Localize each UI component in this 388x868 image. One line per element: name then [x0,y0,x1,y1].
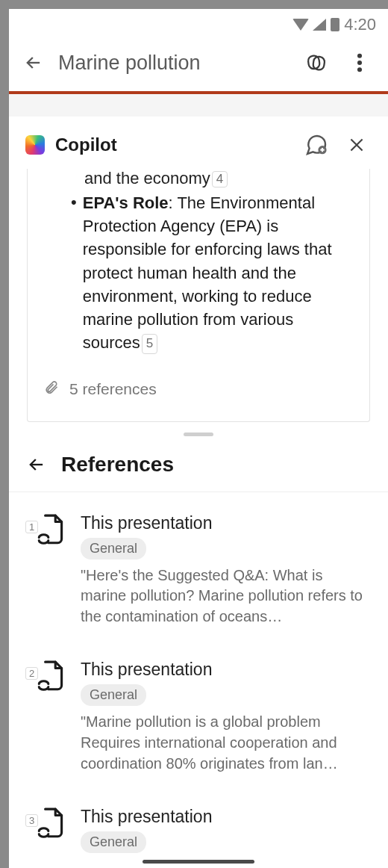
reference-snippet: "Here's the Suggested Q&A: What is marin… [81,565,370,627]
copilot-title: Copilot [55,134,291,155]
battery-icon [331,18,340,31]
copilot-logo-icon [25,135,45,155]
response-truncated-line: and the economy4 [43,169,354,188]
reference-item[interactable]: 3 This presentation General [27,807,370,859]
document-link-icon [36,660,67,697]
document-link-icon [36,513,67,551]
copilot-response-card: and the economy4 • EPA's Role: The Envir… [27,169,370,422]
close-button[interactable] [342,130,372,160]
reference-snippet: "Marine pollution is a global problem Re… [81,712,370,774]
copilot-header-icon[interactable] [301,48,331,78]
reference-title: This presentation [81,513,370,533]
android-nav-handle[interactable] [143,860,254,864]
status-bar: 4:20 [9,9,388,37]
spacer [9,94,388,117]
more-options-button[interactable] [345,48,375,78]
references-count-label: 5 references [69,380,157,398]
citation-badge[interactable]: 5 [142,334,157,353]
app-bar: Marine pollution [9,37,388,91]
new-chat-button[interactable] [301,130,331,160]
sheet-drag-handle[interactable] [9,422,388,442]
reference-title: This presentation [81,807,370,827]
wifi-icon [293,19,308,31]
document-link-icon [36,807,67,844]
references-back-button[interactable] [25,453,48,476]
response-bullet: EPA's Role: The Environmental Protection… [83,191,350,355]
reference-item[interactable]: 1 This presentation General "Here's the … [27,513,370,627]
signal-icon [313,19,326,31]
references-summary[interactable]: 5 references [43,355,354,399]
reference-badge: General [81,684,146,706]
references-heading: References [61,453,174,477]
bullet-icon: • [71,194,77,355]
clock: 4:20 [344,15,376,34]
reference-title: This presentation [81,660,370,680]
references-panel: References 1 This presentation General "… [9,442,388,868]
svg-point-2 [357,54,362,58]
copilot-panel: Copilot and the economy4 • EPA's Role: T… [9,117,388,442]
reference-item[interactable]: 2 This presentation General "Marine poll… [27,660,370,774]
page-title: Marine pollution [58,52,288,75]
svg-point-4 [357,67,362,72]
reference-badge: General [81,538,146,559]
svg-point-3 [357,61,362,65]
citation-badge[interactable]: 4 [212,171,228,187]
back-button[interactable] [22,52,45,74]
reference-badge: General [81,831,146,853]
paperclip-icon [44,380,59,399]
